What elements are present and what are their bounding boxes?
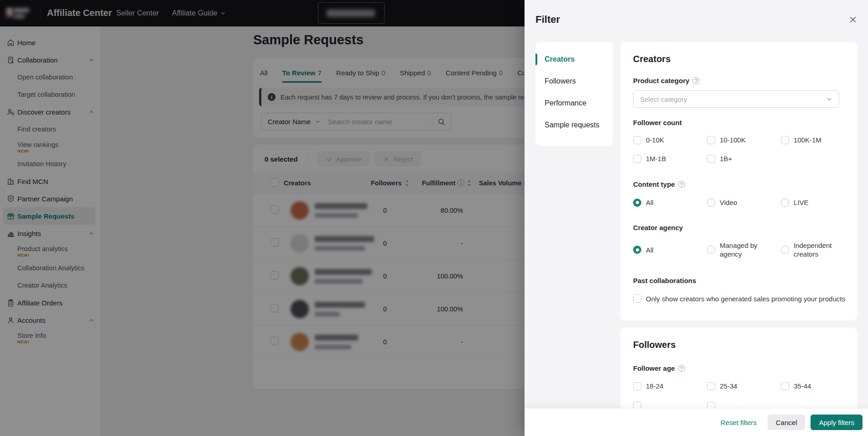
checkbox[interactable]: [633, 136, 641, 144]
question-circle-icon[interactable]: ?: [692, 77, 699, 84]
content-type-option-all[interactable]: All: [633, 198, 707, 207]
radio[interactable]: [781, 199, 789, 207]
question-circle-icon[interactable]: ?: [678, 365, 685, 372]
follower-age-option-18-24[interactable]: 18-24: [633, 382, 707, 390]
creators-filter-card: Creators Product category ? Select categ…: [620, 42, 858, 320]
filter-nav-followers[interactable]: Followers: [535, 72, 613, 90]
content-type-label: Content type ?: [633, 180, 685, 188]
follower-age-label: Follower age ?: [633, 364, 685, 372]
filter-nav-creators[interactable]: Creators: [535, 50, 613, 68]
apply-filters-button[interactable]: Apply filters: [811, 415, 863, 430]
filter-nav: CreatorsFollowersPerformanceSample reque…: [535, 42, 613, 146]
checkbox[interactable]: [707, 136, 715, 144]
chevron-down-icon: [826, 96, 832, 102]
follower-count-option-1m-1b[interactable]: 1M-1B: [633, 154, 707, 163]
checkbox[interactable]: [633, 294, 641, 303]
filter-panel-title: Filter: [535, 14, 560, 26]
radio[interactable]: [781, 246, 789, 254]
creator-agency-option-all[interactable]: All: [633, 241, 707, 258]
follower-age-option-25-34[interactable]: 25-34: [707, 382, 781, 390]
content-type-option-video[interactable]: Video: [707, 198, 781, 207]
radio[interactable]: [633, 199, 641, 207]
checkbox[interactable]: [707, 382, 715, 390]
checkbox[interactable]: [781, 136, 789, 144]
content-type-option-live[interactable]: LIVE: [781, 198, 855, 207]
close-icon[interactable]: [848, 15, 858, 25]
radio[interactable]: [707, 246, 715, 254]
creator-agency-option-independent-creators[interactable]: Independent creators: [781, 241, 855, 258]
past-collaborations-label: Past collaborations: [633, 277, 696, 284]
follower-age-option-35-44[interactable]: 35-44: [781, 382, 855, 390]
followers-heading: Followers: [633, 340, 676, 350]
past-collaborations-option[interactable]: Only show creators who generated sales p…: [633, 294, 845, 303]
filter-footer: Reset filters Cancel Apply filters: [525, 409, 868, 436]
reset-filters-button[interactable]: Reset filters: [721, 419, 757, 426]
content-type-options: AllVideoLIVE: [633, 198, 855, 207]
creator-agency-option-managed-by-agency[interactable]: Managed by agency: [707, 241, 781, 258]
app-root: Affiliate Center Seller Center Affiliate…: [0, 0, 868, 436]
checkbox[interactable]: [781, 382, 789, 390]
checkbox[interactable]: [633, 382, 641, 390]
filter-nav-sample-requests[interactable]: Sample requests: [535, 116, 613, 134]
follower-count-options: 0-10K10-100K100K-1M1M-1B1B+: [633, 136, 855, 163]
creators-heading: Creators: [633, 54, 670, 64]
product-category-label: Product category ?: [633, 77, 699, 84]
follower-count-option-10-100k[interactable]: 10-100K: [707, 136, 781, 144]
product-category-select[interactable]: Select category: [633, 90, 839, 108]
follower-count-option-1b+[interactable]: 1B+: [707, 154, 781, 163]
cancel-button[interactable]: Cancel: [768, 415, 806, 430]
checkbox[interactable]: [707, 155, 715, 163]
radio[interactable]: [707, 199, 715, 207]
creator-agency-options: AllManaged by agencyIndependent creators: [633, 241, 855, 258]
follower-count-option-100k-1m[interactable]: 100K-1M: [781, 136, 855, 144]
follower-count-option-0-10k[interactable]: 0-10K: [633, 136, 707, 144]
radio[interactable]: [633, 246, 641, 254]
follower-age-options: 18-2425-3435-44: [633, 382, 855, 390]
question-circle-icon[interactable]: ?: [678, 181, 685, 188]
creator-agency-label: Creator agency: [633, 224, 683, 231]
follower-count-label: Follower count: [633, 119, 682, 126]
filter-panel: Filter CreatorsFollowersPerformanceSampl…: [525, 0, 868, 436]
checkbox[interactable]: [633, 155, 641, 163]
filter-nav-performance[interactable]: Performance: [535, 94, 613, 112]
